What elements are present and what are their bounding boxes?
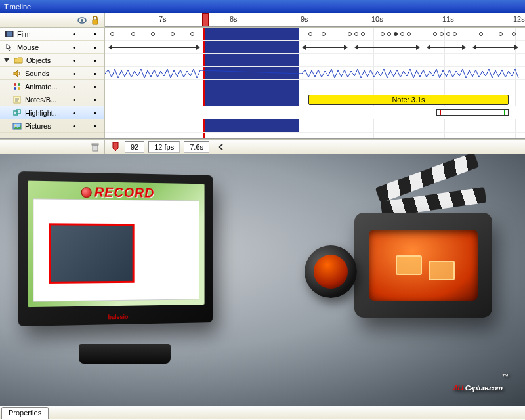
track-lock-dot[interactable]: • bbox=[86, 56, 104, 64]
record-text: RECORD bbox=[94, 184, 154, 200]
track-pictures[interactable]: Pictures • • bbox=[0, 119, 104, 133]
ruler-tick-label: 9s bbox=[301, 15, 308, 23]
marker-icon[interactable] bbox=[110, 142, 121, 152]
notes-icon bbox=[12, 94, 22, 105]
bottom-tabs: Properties bbox=[0, 406, 525, 419]
svg-point-9 bbox=[18, 87, 20, 90]
brand-rest: Capture.com bbox=[465, 384, 502, 392]
ruler-tick-label: 12s bbox=[513, 15, 525, 23]
titlebar: Timeline bbox=[0, 0, 525, 13]
track-label: Notes/B... bbox=[25, 96, 62, 104]
track-lock-dot[interactable]: • bbox=[86, 122, 104, 130]
timeline-status-row: 92 12 fps 7.6s bbox=[0, 139, 525, 154]
playhead-marker[interactable] bbox=[202, 13, 209, 27]
brand-tm: ™ bbox=[502, 373, 508, 380]
track-lock-dot[interactable]: • bbox=[86, 109, 104, 117]
brand-logo-text: ALLCapture.com™ bbox=[453, 373, 508, 395]
pictures-icon bbox=[12, 121, 22, 131]
track-visibility-dot[interactable]: • bbox=[65, 109, 83, 117]
track-label: Mouse bbox=[17, 43, 62, 51]
timeline-ruler-row: 7s 8s 9s 10s 11s 12s bbox=[0, 13, 525, 28]
tracks-labels: Film • • Mouse • • Objects • • Sounds • … bbox=[0, 28, 105, 138]
tracks-header bbox=[0, 13, 105, 27]
track-film[interactable]: Film • • bbox=[0, 28, 104, 41]
ruler-tick-label: 10s bbox=[371, 15, 383, 23]
svg-rect-19 bbox=[92, 144, 98, 145]
animate-icon bbox=[12, 81, 22, 92]
monitor-brand-text: balesio bbox=[108, 314, 129, 321]
svg-rect-18 bbox=[93, 145, 98, 151]
lock-icon[interactable] bbox=[90, 15, 100, 26]
track-visibility-dot[interactable]: • bbox=[65, 122, 83, 130]
time-display: 7.6s bbox=[184, 141, 209, 153]
ruler-tick-label: 11s bbox=[442, 15, 454, 23]
track-label: Highlight... bbox=[25, 109, 62, 117]
browser-mock bbox=[33, 198, 200, 302]
track-label: Sounds bbox=[25, 70, 62, 77]
track-label: Film bbox=[17, 30, 62, 38]
sound-icon bbox=[12, 68, 22, 79]
expand-toggle-icon[interactable] bbox=[4, 58, 9, 62]
lane-mouse[interactable] bbox=[105, 41, 525, 54]
folder-icon bbox=[13, 55, 24, 66]
eye-icon[interactable] bbox=[77, 15, 87, 26]
window-title: Timeline bbox=[4, 3, 31, 10]
svg-rect-2 bbox=[93, 20, 98, 24]
hero-promo: RECORD balesio ALLCapture.com™ bbox=[0, 154, 525, 406]
lane-notes[interactable]: Note: 3.1s bbox=[105, 93, 525, 106]
svg-point-6 bbox=[14, 83, 16, 86]
highlight-icon bbox=[12, 108, 22, 118]
track-visibility-dot[interactable]: • bbox=[65, 83, 83, 91]
film-icon bbox=[4, 29, 14, 39]
track-visibility-dot[interactable]: • bbox=[65, 43, 83, 51]
track-lock-dot[interactable]: • bbox=[86, 83, 104, 91]
ruler-tick-label: 7s bbox=[159, 15, 167, 23]
track-lock-dot[interactable]: • bbox=[86, 70, 104, 77]
tracks-area: Film • • Mouse • • Objects • • Sounds • … bbox=[0, 28, 525, 139]
svg-rect-5 bbox=[12, 32, 13, 37]
monitor-graphic: RECORD balesio bbox=[20, 173, 230, 364]
time-ruler[interactable]: 7s 8s 9s 10s 11s 12s bbox=[105, 13, 525, 27]
track-visibility-dot[interactable]: • bbox=[65, 70, 83, 77]
trash-icon[interactable] bbox=[90, 142, 100, 152]
scroll-left-icon[interactable] bbox=[216, 142, 226, 152]
svg-point-7 bbox=[18, 83, 20, 86]
timeline-status-left bbox=[0, 140, 105, 154]
highlight-clip[interactable] bbox=[436, 109, 509, 116]
fps-display: 12 fps bbox=[148, 141, 180, 153]
track-visibility-dot[interactable]: • bbox=[65, 30, 83, 38]
lane-sounds[interactable] bbox=[105, 67, 525, 80]
track-lock-dot[interactable]: • bbox=[86, 30, 104, 38]
svg-point-17 bbox=[15, 124, 17, 126]
monitor-base bbox=[79, 344, 171, 364]
lane-film[interactable] bbox=[105, 28, 525, 41]
tracks-canvas[interactable]: Note: 3.1s bbox=[105, 28, 525, 138]
track-highlight[interactable]: Highlight... • • bbox=[0, 106, 104, 119]
brand-all: ALL bbox=[453, 384, 465, 392]
track-mouse[interactable]: Mouse • • bbox=[0, 41, 104, 54]
ruler-tick-label: 8s bbox=[230, 15, 238, 23]
track-sounds[interactable]: Sounds • • bbox=[0, 67, 104, 80]
track-visibility-dot[interactable]: • bbox=[65, 56, 83, 64]
svg-rect-15 bbox=[16, 110, 20, 114]
note-clip[interactable]: Note: 3.1s bbox=[308, 94, 509, 105]
track-animate[interactable]: Animate... • • bbox=[0, 80, 104, 93]
mouse-icon bbox=[4, 42, 14, 52]
frame-counter: 92 bbox=[125, 141, 144, 153]
track-objects[interactable]: Objects • • bbox=[0, 54, 104, 67]
track-visibility-dot[interactable]: • bbox=[65, 96, 83, 104]
track-notes[interactable]: Notes/B... • • bbox=[0, 93, 104, 106]
capture-frame bbox=[49, 223, 135, 284]
svg-point-1 bbox=[81, 19, 83, 22]
record-dot-icon bbox=[81, 187, 92, 198]
lane-highlight[interactable] bbox=[105, 106, 525, 119]
lane-animate[interactable] bbox=[105, 80, 525, 93]
note-clip-label: Note: 3.1s bbox=[392, 96, 425, 104]
tab-properties[interactable]: Properties bbox=[1, 407, 49, 419]
lane-pictures[interactable] bbox=[105, 119, 525, 133]
track-lock-dot[interactable]: • bbox=[86, 96, 104, 104]
track-lock-dot[interactable]: • bbox=[86, 43, 104, 51]
lane-objects[interactable] bbox=[105, 54, 525, 67]
record-label-badge: RECORD bbox=[81, 184, 155, 201]
svg-rect-14 bbox=[14, 111, 18, 115]
